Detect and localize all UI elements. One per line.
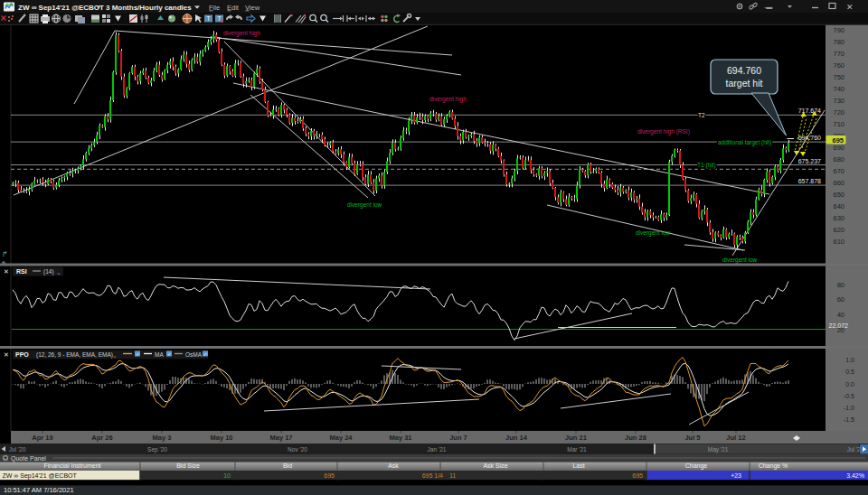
svg-text:Jun 28: Jun 28 [625, 434, 646, 442]
svg-text:↱: ↱ [2, 250, 8, 258]
svg-text:May 31: May 31 [389, 434, 411, 442]
svg-text:Jul 12: Jul 12 [726, 434, 745, 442]
svg-text:710: 710 [833, 120, 844, 128]
svg-text:✓: ✓ [203, 351, 207, 357]
svg-text:Sep '20: Sep '20 [147, 446, 167, 453]
svg-text:-1.5: -1.5 [844, 416, 854, 423]
svg-text:Quote Panel: Quote Panel [11, 455, 46, 462]
svg-text:-1.0: -1.0 [844, 405, 854, 411]
svg-text:Ask: Ask [388, 462, 399, 469]
svg-text:0.0: 0.0 [845, 381, 854, 388]
svg-text:✓: ✓ [167, 351, 171, 357]
svg-text:MA: MA [155, 351, 164, 358]
svg-text:⌄: ⌄ [56, 269, 61, 276]
svg-text:Ask Size: Ask Size [483, 462, 507, 469]
svg-text:720: 720 [833, 108, 844, 117]
svg-text:717.674: 717.674 [798, 107, 821, 114]
svg-text:780: 780 [833, 38, 844, 46]
svg-text:657.878: 657.878 [798, 178, 821, 184]
svg-text:RSI: RSI [16, 268, 27, 275]
svg-text:Edit: Edit [227, 4, 240, 12]
svg-text:Jun 7: Jun 7 [449, 434, 467, 442]
svg-text:620: 620 [833, 226, 844, 234]
svg-text:Jul 5: Jul 5 [684, 434, 700, 442]
svg-text:Last: Last [572, 462, 584, 469]
svg-text:750: 750 [833, 73, 844, 81]
svg-text:10:51:47 AM 7/16/2021: 10:51:47 AM 7/16/2021 [4, 486, 74, 494]
svg-text:695: 695 [324, 472, 335, 479]
svg-text:670: 670 [833, 167, 844, 175]
svg-text:T1 (hit): T1 (hit) [697, 162, 716, 169]
svg-text:694.760: 694.760 [798, 135, 821, 141]
svg-text:11: 11 [449, 472, 456, 479]
svg-text:Apr 19: Apr 19 [32, 434, 52, 442]
svg-text:T2: T2 [698, 112, 705, 118]
svg-text:May 10: May 10 [210, 434, 232, 442]
svg-text:690: 690 [833, 144, 844, 152]
svg-text:Jan '21: Jan '21 [428, 446, 447, 453]
svg-text:✓: ✓ [136, 351, 139, 357]
svg-text:divergent high: divergent high [429, 96, 467, 103]
svg-text:660: 660 [833, 179, 844, 187]
svg-text:⌄: ⌄ [112, 352, 118, 359]
svg-text:695: 695 [832, 136, 844, 145]
svg-text:Change %: Change % [759, 462, 788, 470]
svg-text:Jun 21: Jun 21 [565, 434, 587, 442]
svg-text:Bid Size: Bid Size [176, 462, 200, 469]
svg-text:✕: ✕ [846, 3, 854, 12]
svg-text:-0.5: -0.5 [844, 393, 854, 399]
svg-text:(12, 26, 9 - EMA, EMA, EMA): (12, 26, 9 - EMA, EMA, EMA) [36, 351, 113, 359]
svg-text:(14): (14) [43, 268, 54, 276]
svg-text:Apr 26: Apr 26 [91, 434, 112, 442]
svg-text:May 3: May 3 [153, 434, 172, 442]
svg-text:770: 770 [833, 50, 844, 58]
svg-text:divergent low: divergent low [636, 229, 671, 237]
svg-text:10: 10 [223, 472, 231, 479]
svg-text:0.5: 0.5 [845, 369, 854, 375]
svg-text:OsMA: OsMA [185, 351, 203, 358]
svg-text:695: 695 [632, 472, 643, 479]
svg-text:-▬: -▬ [764, 4, 772, 10]
svg-text:740: 740 [833, 85, 844, 93]
svg-text:T: T [218, 15, 222, 22]
svg-text:695 1/4: 695 1/4 [422, 472, 443, 479]
svg-text:80: 80 [837, 281, 844, 289]
svg-text:Bid: Bid [283, 462, 292, 469]
svg-text:60: 60 [837, 295, 844, 304]
svg-text:divergent high (RSI): divergent high (RSI) [637, 128, 690, 135]
svg-text:Jul '20: Jul '20 [9, 446, 26, 453]
svg-text:May 24: May 24 [329, 434, 353, 442]
svg-text:694.760: 694.760 [727, 65, 761, 76]
svg-text:✕: ✕ [4, 351, 9, 358]
svg-text:divergent low: divergent low [722, 257, 758, 264]
svg-text:640: 640 [833, 202, 844, 210]
svg-text:PPO: PPO [15, 351, 29, 358]
svg-text:610: 610 [833, 238, 844, 246]
svg-text:760: 760 [833, 61, 844, 70]
svg-text:Nov '20: Nov '20 [288, 446, 307, 453]
svg-text:650: 650 [833, 191, 844, 199]
svg-text:+23: +23 [731, 472, 741, 479]
svg-text:additional target (hit): additional target (hit) [718, 139, 771, 146]
svg-text:730: 730 [833, 97, 844, 105]
svg-text:22.072: 22.072 [829, 322, 849, 329]
svg-text:40: 40 [837, 311, 844, 319]
svg-text:May '21: May '21 [708, 446, 729, 453]
svg-text:divergent low: divergent low [347, 201, 382, 209]
svg-text:T: T [207, 15, 211, 22]
svg-text:File: File [209, 4, 220, 12]
svg-text:3.42%: 3.42% [846, 472, 864, 479]
svg-text:3 Months/Hourly candles: 3 Months/Hourly candles [106, 4, 192, 12]
svg-text:675.237: 675.237 [798, 158, 821, 164]
svg-text:Jun 14: Jun 14 [505, 434, 528, 442]
svg-text:790: 790 [833, 26, 844, 34]
svg-text:divergent high: divergent high [223, 30, 260, 37]
svg-text:ZW ∞ Sep14'21 @ECBOT: ZW ∞ Sep14'21 @ECBOT [3, 472, 78, 480]
svg-text:ZW ∞ Sep14'21 @ECBOT: ZW ∞ Sep14'21 @ECBOT [18, 4, 104, 12]
svg-text:630: 630 [833, 214, 844, 222]
svg-text:✕: ✕ [4, 268, 9, 275]
svg-text:target hit: target hit [726, 78, 763, 89]
svg-text:1.0: 1.0 [845, 357, 854, 363]
svg-text:Change: Change [685, 462, 708, 470]
svg-text:680: 680 [833, 155, 844, 163]
